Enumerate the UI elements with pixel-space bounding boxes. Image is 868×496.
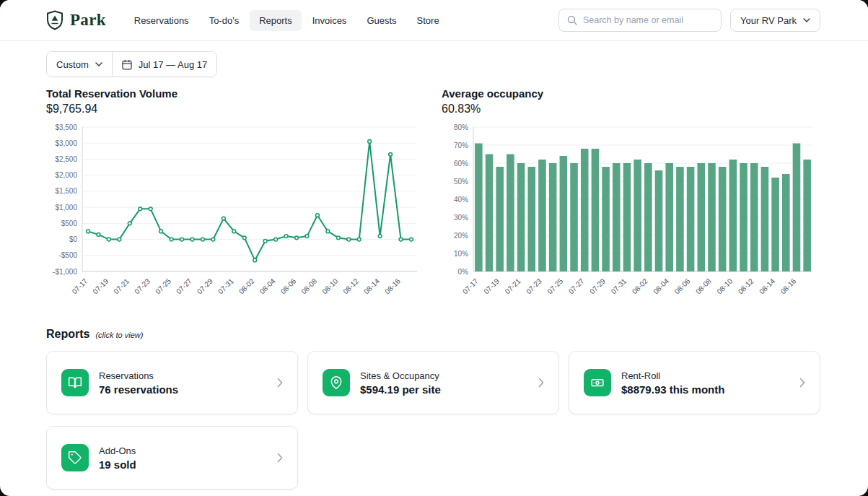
occupancy-bar-chart-svg: 0%10%20%30%40%50%60%70%80%07-1707-1907-2… bbox=[442, 120, 818, 313]
svg-text:08-04: 08-04 bbox=[652, 277, 670, 295]
card-label: Rent-Roll bbox=[621, 370, 724, 381]
card-text: Sites & Occupancy $594.19 per site bbox=[360, 370, 441, 396]
svg-text:$500: $500 bbox=[61, 219, 78, 227]
svg-text:07-27: 07-27 bbox=[567, 277, 586, 295]
top-navigation: Park Reservations To-do's Reports Invoic… bbox=[0, 0, 868, 41]
svg-text:08-16: 08-16 bbox=[779, 277, 798, 295]
date-range-control: Custom Jul 17 — Aug 17 bbox=[46, 51, 217, 77]
nav-store[interactable]: Store bbox=[408, 10, 449, 31]
volume-headline-value: $9,765.94 bbox=[46, 103, 423, 116]
calendar-icon bbox=[122, 59, 132, 70]
svg-text:07-19: 07-19 bbox=[482, 277, 501, 295]
svg-text:07-25: 07-25 bbox=[545, 277, 564, 295]
svg-text:08-10: 08-10 bbox=[715, 277, 734, 295]
park-selector[interactable]: Your RV Park bbox=[730, 9, 820, 32]
card-value: 19 sold bbox=[99, 458, 136, 471]
svg-text:$2,500: $2,500 bbox=[55, 155, 77, 163]
search-input[interactable] bbox=[583, 15, 713, 25]
nav-todos[interactable]: To-do's bbox=[200, 10, 249, 31]
svg-text:07-27: 07-27 bbox=[175, 277, 193, 295]
report-card-reservations[interactable]: Reservations 76 reservations bbox=[46, 351, 298, 414]
svg-text:0%: 0% bbox=[458, 268, 469, 276]
svg-text:08-14: 08-14 bbox=[758, 277, 776, 295]
date-range-label: Jul 17 — Aug 17 bbox=[139, 59, 207, 70]
reports-header: Reports (click to view) bbox=[46, 328, 820, 341]
svg-text:-$500: -$500 bbox=[58, 251, 77, 259]
card-label: Add-Ons bbox=[99, 445, 136, 456]
svg-text:07-17: 07-17 bbox=[71, 277, 89, 295]
charts-row: Total Reservation Volume $9,765.94 $3,50… bbox=[46, 87, 820, 316]
chevron-right-icon bbox=[277, 378, 283, 388]
reservation-volume-chart: Total Reservation Volume $9,765.94 $3,50… bbox=[46, 87, 423, 316]
card-label: Reservations bbox=[99, 370, 178, 381]
svg-text:07-31: 07-31 bbox=[610, 277, 628, 295]
svg-text:20%: 20% bbox=[454, 232, 468, 240]
tag-icon bbox=[61, 444, 89, 471]
svg-text:10%: 10% bbox=[454, 250, 468, 258]
main-nav: Reservations To-do's Reports Invoices Gu… bbox=[125, 10, 449, 31]
card-value: $594.19 per site bbox=[360, 383, 441, 396]
svg-text:08-08: 08-08 bbox=[694, 277, 713, 295]
reports-hint: (click to view) bbox=[95, 331, 143, 339]
svg-text:60%: 60% bbox=[454, 160, 468, 167]
svg-text:$1,500: $1,500 bbox=[55, 187, 77, 195]
search-icon bbox=[567, 15, 577, 25]
svg-text:07-19: 07-19 bbox=[91, 277, 110, 295]
svg-text:50%: 50% bbox=[454, 178, 468, 186]
svg-text:-$1,000: -$1,000 bbox=[53, 268, 77, 276]
reports-section: Reports (click to view) Reservations 76 … bbox=[46, 328, 820, 490]
svg-text:$3,000: $3,000 bbox=[55, 139, 77, 147]
svg-text:$3,500: $3,500 bbox=[55, 123, 77, 131]
svg-text:08-08: 08-08 bbox=[299, 277, 318, 295]
svg-text:08-06: 08-06 bbox=[279, 277, 298, 295]
card-value: 76 reservations bbox=[99, 383, 178, 396]
nav-invoices[interactable]: Invoices bbox=[303, 10, 356, 31]
card-label: Sites & Occupancy bbox=[360, 370, 441, 381]
card-text: Add-Ons 19 sold bbox=[99, 445, 136, 471]
search-box[interactable] bbox=[558, 9, 722, 32]
svg-text:08-02: 08-02 bbox=[237, 277, 256, 295]
svg-text:07-29: 07-29 bbox=[196, 277, 214, 295]
occupancy-chart: Average occupancy 60.83% 0%10%20%30%40%5… bbox=[442, 87, 818, 316]
volume-line-chart-svg: $3,500$3,000$2,500$2,000$1,500$1,000$500… bbox=[46, 120, 423, 313]
report-card-sites-occupancy[interactable]: Sites & Occupancy $594.19 per site bbox=[307, 351, 559, 414]
cash-icon bbox=[584, 369, 611, 396]
chevron-down-icon bbox=[95, 62, 102, 66]
svg-text:70%: 70% bbox=[454, 142, 468, 149]
svg-text:08-12: 08-12 bbox=[341, 277, 360, 295]
nav-reservations[interactable]: Reservations bbox=[125, 10, 198, 31]
report-card-rent-roll[interactable]: Rent-Roll $8879.93 this month bbox=[569, 351, 820, 414]
brand-logo[interactable]: Park bbox=[46, 10, 106, 30]
map-pin-icon bbox=[323, 369, 350, 396]
report-card-add-ons[interactable]: Add-Ons 19 sold bbox=[46, 426, 298, 490]
chevron-right-icon bbox=[799, 378, 805, 388]
svg-text:07-25: 07-25 bbox=[154, 277, 172, 295]
svg-text:08-10: 08-10 bbox=[320, 277, 339, 295]
report-cards-grid: Reservations 76 reservations Sites & Occ… bbox=[46, 351, 820, 490]
svg-text:08-12: 08-12 bbox=[737, 277, 755, 295]
date-range-button[interactable]: Jul 17 — Aug 17 bbox=[112, 52, 216, 77]
svg-text:07-29: 07-29 bbox=[588, 277, 607, 295]
reports-title: Reports bbox=[46, 328, 89, 341]
card-text: Reservations 76 reservations bbox=[99, 370, 178, 396]
svg-text:07-21: 07-21 bbox=[504, 277, 522, 295]
chevron-down-icon bbox=[803, 18, 810, 22]
range-preset-dropdown[interactable]: Custom bbox=[47, 52, 112, 77]
svg-text:$2,000: $2,000 bbox=[55, 171, 77, 179]
svg-text:07-21: 07-21 bbox=[112, 277, 131, 295]
svg-text:80%: 80% bbox=[454, 123, 468, 131]
chevron-right-icon bbox=[538, 378, 544, 388]
nav-guests[interactable]: Guests bbox=[357, 10, 405, 31]
svg-text:07-31: 07-31 bbox=[216, 277, 235, 295]
nav-reports[interactable]: Reports bbox=[250, 10, 302, 31]
chevron-right-icon bbox=[277, 453, 283, 463]
svg-text:07-23: 07-23 bbox=[525, 277, 543, 295]
occupancy-chart-title: Average occupancy bbox=[442, 87, 818, 100]
svg-text:08-14: 08-14 bbox=[362, 277, 381, 295]
svg-text:40%: 40% bbox=[454, 196, 468, 204]
app-window: Park Reservations To-do's Reports Invoic… bbox=[0, 0, 868, 496]
range-preset-label: Custom bbox=[56, 59, 89, 70]
svg-text:08-04: 08-04 bbox=[258, 277, 277, 295]
card-text: Rent-Roll $8879.93 this month bbox=[621, 370, 724, 396]
brand-name: Park bbox=[70, 11, 106, 30]
